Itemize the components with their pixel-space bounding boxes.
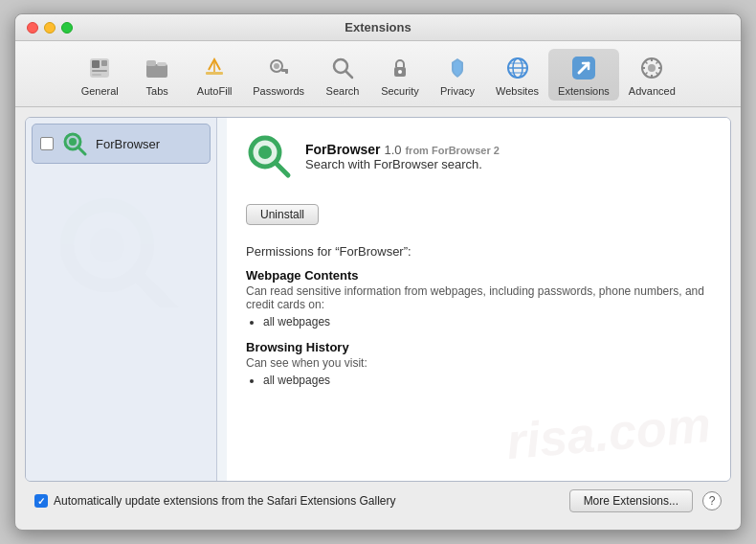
tabs-label: Tabs (146, 85, 168, 97)
svg-point-11 (274, 63, 279, 69)
permission-group-1: Browsing History Can see when you visit:… (246, 340, 711, 387)
extensions-label: Extensions (558, 85, 610, 97)
security-label: Security (381, 85, 419, 97)
permissions-title: Permissions for “ForBrowser”: (246, 244, 711, 259)
perm-list-1: all webpages (263, 374, 711, 387)
extension-description: Search with ForBrowser search. (305, 157, 500, 171)
perm-item-1-0: all webpages (263, 374, 711, 387)
toolbar-item-security[interactable]: Security (371, 49, 429, 101)
content-area: ForBrowser (15, 107, 741, 530)
perm-list-0: all webpages (263, 315, 711, 329)
svg-rect-3 (92, 70, 107, 72)
permissions-section: Permissions for “ForBrowser”: Webpage Co… (246, 244, 711, 387)
search-label: Search (326, 85, 360, 97)
perm-group-title-1: Browsing History (246, 340, 711, 354)
svg-point-43 (258, 146, 272, 159)
security-icon (385, 53, 415, 83)
svg-line-44 (276, 163, 288, 175)
perm-group-desc-0: Can read sensitive information from webp… (246, 284, 711, 311)
checkmark-icon: ✓ (37, 496, 45, 507)
sidebar-item-forbrowser[interactable]: ForBrowser (32, 124, 211, 164)
svg-line-31 (656, 73, 659, 76)
svg-rect-4 (92, 74, 101, 76)
advanced-label: Advanced (629, 85, 676, 97)
extension-from: from ForBrowser 2 (405, 145, 499, 156)
autofill-label: AutoFill (197, 85, 233, 97)
svg-line-30 (645, 61, 648, 64)
extension-name-line: ForBrowser 1.0 from ForBrowser 2 (305, 142, 500, 157)
auto-update-label[interactable]: ✓ Automatically update extensions from t… (34, 494, 560, 508)
passwords-label: Passwords (253, 85, 304, 97)
extension-name: ForBrowser (305, 142, 381, 157)
toolbar-item-privacy[interactable]: Privacy (429, 49, 486, 101)
toolbar-item-general[interactable]: General (71, 49, 128, 101)
svg-point-36 (69, 138, 77, 146)
perm-group-desc-1: Can see when you visit: (246, 356, 711, 370)
toolbar-item-extensions[interactable]: Extensions (548, 49, 619, 101)
toolbar-item-search[interactable]: Search (314, 49, 371, 101)
more-extensions-button[interactable]: More Extensions... (569, 489, 693, 512)
svg-point-39 (90, 228, 124, 262)
general-label: General (81, 85, 119, 97)
main-window: Extensions General (14, 13, 742, 531)
toolbar-item-passwords[interactable]: Passwords (243, 49, 314, 101)
svg-line-37 (79, 148, 86, 155)
svg-rect-7 (157, 62, 167, 66)
passwords-icon (263, 53, 294, 83)
minimize-button[interactable] (44, 22, 56, 34)
svg-rect-13 (285, 69, 288, 74)
privacy-icon (442, 53, 473, 83)
close-button[interactable] (27, 22, 38, 34)
privacy-label: Privacy (440, 85, 475, 97)
toolbar-item-advanced[interactable]: Advanced (619, 49, 685, 101)
autofill-icon (199, 53, 230, 83)
svg-line-32 (656, 61, 659, 64)
svg-point-25 (648, 64, 656, 72)
svg-line-33 (645, 73, 648, 76)
permission-group-0: Webpage Contents Can read sensitive info… (246, 268, 711, 329)
svg-rect-8 (206, 72, 223, 75)
extension-sidebar-label: ForBrowser (96, 137, 160, 151)
extension-checkbox[interactable] (40, 137, 54, 150)
extensions-icon (568, 53, 599, 83)
svg-rect-5 (146, 64, 167, 78)
bottom-bar: ✓ Automatically update extensions from t… (25, 482, 731, 520)
extension-logo (246, 133, 292, 179)
websites-icon (502, 53, 533, 83)
perm-item-0-0: all webpages (263, 315, 711, 329)
extension-header: ForBrowser 1.0 from ForBrowser 2 Search … (246, 133, 711, 179)
extension-sidebar: ForBrowser (26, 118, 217, 481)
auto-update-text: Automatically update extensions from the… (54, 494, 396, 508)
svg-point-17 (398, 70, 402, 74)
maximize-button[interactable] (61, 22, 73, 34)
sidebar-watermark (32, 173, 211, 327)
extension-version: 1.0 (384, 143, 401, 157)
toolbar-item-tabs[interactable]: Tabs (128, 49, 186, 101)
svg-rect-2 (101, 60, 107, 66)
toolbar-item-websites[interactable]: Websites (486, 49, 548, 101)
svg-line-15 (346, 72, 353, 79)
auto-update-checkbox[interactable]: ✓ (34, 494, 48, 508)
toolbar: General Tabs AutoFill (15, 41, 741, 107)
toolbar-item-autofill[interactable]: AutoFill (186, 49, 243, 101)
perm-group-title-0: Webpage Contents (246, 268, 711, 283)
search-icon (327, 53, 358, 83)
window-title: Extensions (345, 20, 411, 34)
main-pane: ForBrowser (25, 117, 731, 482)
svg-line-40 (137, 275, 179, 307)
extension-sidebar-icon (61, 130, 88, 157)
tabs-icon (142, 53, 172, 83)
extension-detail-panel: ForBrowser 1.0 from ForBrowser 2 Search … (227, 118, 730, 481)
websites-label: Websites (496, 85, 539, 97)
traffic-lights (27, 22, 73, 34)
help-button[interactable]: ? (702, 491, 722, 510)
titlebar: Extensions (15, 14, 741, 41)
svg-rect-6 (146, 60, 156, 66)
detail-watermark: risa.com (504, 396, 713, 470)
uninstall-button[interactable]: Uninstall (246, 204, 319, 225)
general-icon (84, 53, 115, 83)
advanced-icon (636, 53, 667, 83)
extension-title-block: ForBrowser 1.0 from ForBrowser 2 Search … (305, 142, 500, 171)
svg-rect-1 (92, 60, 100, 68)
